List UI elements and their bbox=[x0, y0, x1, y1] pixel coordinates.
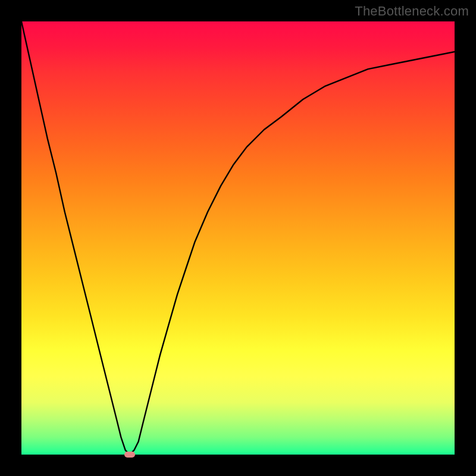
bottleneck-curve bbox=[21, 21, 455, 455]
chart-frame: TheBottleneck.com bbox=[0, 0, 476, 476]
minimum-marker bbox=[124, 452, 135, 458]
plot-area bbox=[21, 21, 455, 455]
watermark-text: TheBottleneck.com bbox=[355, 4, 469, 19]
curve-layer bbox=[21, 21, 455, 455]
